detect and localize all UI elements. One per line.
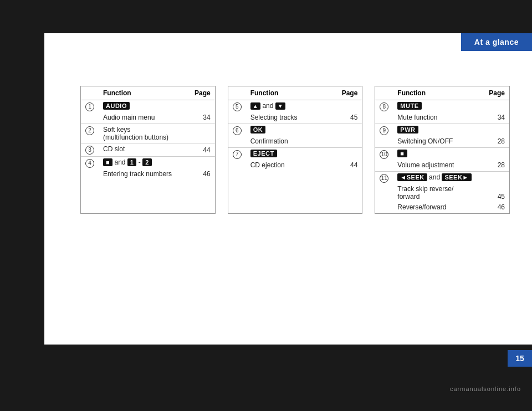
eject-btn-label: EJECT xyxy=(250,150,277,157)
table-row: 11 ◄SEEK and SEEK► xyxy=(375,172,509,185)
table-row: CD ejection 44 xyxy=(228,161,362,171)
at-a-glance-badge: At a glance xyxy=(461,33,532,51)
watermark-text: carmanualsonline.info xyxy=(450,386,521,392)
cd-ejection-desc: CD ejection xyxy=(246,161,337,171)
selecting-tracks-page: 45 xyxy=(337,113,362,124)
audio-btn-label: AUDIO xyxy=(103,102,130,110)
cdslot-page: 44 xyxy=(190,143,215,157)
table-row: 3 CD slot 44 xyxy=(81,143,215,157)
table-row: 10 ■ xyxy=(375,148,509,161)
track-btn-label: ■ xyxy=(103,158,112,166)
mute-desc: Mute function xyxy=(393,113,484,124)
table-row: Confirmation xyxy=(228,137,362,148)
track-page: 46 xyxy=(190,169,215,180)
audio-page: 34 xyxy=(190,113,215,124)
track-skip-page: 45 xyxy=(484,184,509,203)
table1-function-header: Function xyxy=(99,86,190,100)
arrow-up-btn: ▲ xyxy=(250,102,260,110)
function-table-2: Function Page 5 ▲ and ▼ Selec xyxy=(228,86,363,214)
page-number: 15 xyxy=(515,354,524,363)
page-number-badge: 15 xyxy=(508,350,532,367)
track-desc: Entering track numbers xyxy=(99,169,190,180)
table-row: Reverse/forward 46 xyxy=(375,203,509,213)
table-row: Mute function 34 xyxy=(375,113,509,124)
confirmation-desc: Confirmation xyxy=(246,137,337,148)
vol-btn-label: ■ xyxy=(397,150,407,157)
table1-page-header: Page xyxy=(190,86,215,100)
mute-page: 34 xyxy=(484,113,509,124)
pwr-btn-label: PWR xyxy=(397,126,418,133)
volume-desc: Volume adjustment xyxy=(393,161,484,172)
table-row: 6 OK xyxy=(228,124,362,137)
table-row: 1 AUDIO xyxy=(81,100,215,114)
watermark-area: carmanualsonline.info xyxy=(0,367,532,411)
seek-fwd-btn: SEEK► xyxy=(442,173,471,181)
selecting-tracks-desc: Selecting tracks xyxy=(246,113,337,124)
ok-btn-label: OK xyxy=(250,126,266,133)
table-row: 8 MUTE xyxy=(375,100,509,114)
switching-page: 28 xyxy=(484,137,509,148)
mute-btn-label: MUTE xyxy=(397,102,421,110)
reverse-forward-desc: Reverse/forward xyxy=(393,203,484,213)
softkeys-desc: Soft keys(multifunction buttons) xyxy=(99,124,190,143)
switching-desc: Switching ON/OFF xyxy=(393,137,484,148)
cdslot-desc: CD slot xyxy=(99,143,190,157)
function-table-3: Function Page 8 MUTE Mute function 34 xyxy=(375,86,510,214)
table2-function-header: Function xyxy=(246,86,337,100)
table-row: Switching ON/OFF 28 xyxy=(375,137,509,148)
table-row: Entering track numbers 46 xyxy=(81,169,215,180)
table2-page-header: Page xyxy=(337,86,362,100)
table3-function-header: Function xyxy=(393,86,484,100)
audio-desc: Audio main menu xyxy=(99,113,190,124)
table-row: Track skip reverse/forward 45 xyxy=(375,184,509,203)
volume-page: 28 xyxy=(484,161,509,172)
table-row: Volume adjustment 28 xyxy=(375,161,509,172)
arrow-down-btn: ▼ xyxy=(275,102,285,110)
seek-back-btn: ◄SEEK xyxy=(397,173,427,181)
table-row: 2 Soft keys(multifunction buttons) xyxy=(81,124,215,143)
reverse-forward-page: 46 xyxy=(484,203,509,213)
table-row: 7 EJECT xyxy=(228,148,362,161)
table-row: 9 PWR xyxy=(375,124,509,137)
cd-ejection-page: 44 xyxy=(337,161,362,171)
table-row: Audio main menu 34 xyxy=(81,113,215,124)
tables-wrapper: Function Page 1 AUDIO Audio main menu 34 xyxy=(80,86,510,214)
table3-page-header: Page xyxy=(484,86,509,100)
row-num: 1 xyxy=(81,100,99,114)
track-skip-desc: Track skip reverse/forward xyxy=(393,184,484,203)
table-row: Selecting tracks 45 xyxy=(228,113,362,124)
table-row: 5 ▲ and ▼ xyxy=(228,100,362,114)
function-table-1: Function Page 1 AUDIO Audio main menu 34 xyxy=(80,86,216,214)
at-a-glance-label: At a glance xyxy=(474,38,519,47)
table-row: 4 ■ and 1 - 2 xyxy=(81,157,215,170)
